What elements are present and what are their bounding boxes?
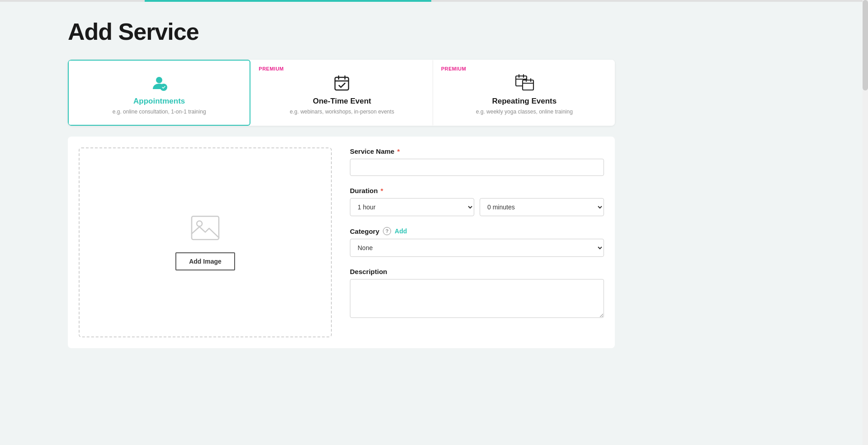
one-time-event-subtitle: e.g. webinars, workshops, in-person even… (260, 109, 423, 115)
image-side: Add Image (79, 147, 332, 337)
repeating-premium-badge: PREMIUM (441, 66, 466, 71)
one-time-premium-badge: PREMIUM (259, 66, 283, 71)
category-label-row: Category ? Add (350, 227, 604, 235)
service-name-field-group: Service Name * (350, 147, 604, 176)
appointments-subtitle: e.g. online consultation, 1-on-1 trainin… (78, 109, 241, 115)
repeating-events-title: Repeating Events (443, 97, 606, 106)
service-card-appointments[interactable]: Appointments e.g. online consultation, 1… (68, 60, 250, 126)
svg-rect-2 (335, 77, 349, 90)
fields-side: Service Name * Duration * 1 (350, 147, 604, 337)
repeating-events-subtitle: e.g. weekly yoga classes, online trainin… (443, 109, 606, 115)
category-add-link[interactable]: Add (395, 227, 407, 235)
svg-rect-14 (192, 216, 219, 239)
duration-label: Duration * (350, 187, 604, 194)
page-title: Add Service (68, 18, 615, 45)
duration-minutes-select[interactable]: 0 minutes 15 minutes 30 minutes 45 minut… (480, 198, 604, 216)
scrollbar-thumb[interactable] (863, 0, 868, 90)
category-field-group: Category ? Add None (350, 227, 604, 257)
description-textarea[interactable] (350, 279, 604, 318)
category-select[interactable]: None (350, 239, 604, 257)
description-field-group: Description (350, 268, 604, 320)
service-name-label: Service Name * (350, 147, 604, 155)
scrollbar[interactable] (863, 0, 868, 445)
one-time-event-icon (260, 73, 423, 92)
description-label: Description (350, 268, 604, 275)
service-name-required: * (397, 147, 400, 155)
svg-point-15 (197, 221, 202, 227)
appointments-title: Appointments (78, 97, 241, 106)
form-section: Add Image Service Name * (68, 137, 615, 348)
duration-field-group: Duration * 1 hour 2 hours 3 hours 4 hour… (350, 187, 604, 216)
page-wrapper: Add Service Appointments e.g. online con… (0, 0, 868, 445)
image-placeholder-icon (189, 214, 221, 243)
inner-form-layout: Add Image Service Name * (79, 147, 604, 337)
service-type-container: Appointments e.g. online consultation, 1… (68, 60, 615, 126)
svg-point-0 (156, 77, 162, 83)
progress-bar-fill (145, 0, 431, 2)
category-help-icon[interactable]: ? (383, 227, 391, 235)
duration-row: 1 hour 2 hours 3 hours 4 hours 0 minutes… (350, 198, 604, 216)
service-card-one-time-event[interactable]: PREMIUM One-Time Event e.g. webinars, wo… (250, 60, 433, 126)
appointments-icon (78, 73, 241, 92)
one-time-event-title: One-Time Event (260, 97, 423, 106)
service-name-input[interactable] (350, 159, 604, 176)
category-label: Category (350, 227, 379, 235)
service-card-repeating-events[interactable]: PREMIUM Repeating Events e. (433, 60, 615, 126)
main-content: Add Service Appointments e.g. online con… (0, 0, 687, 377)
duration-required: * (381, 187, 383, 194)
progress-bar-container (0, 0, 868, 2)
duration-hours-select[interactable]: 1 hour 2 hours 3 hours 4 hours (350, 198, 474, 216)
repeating-events-icon (443, 73, 606, 92)
add-image-button[interactable]: Add Image (175, 252, 235, 270)
image-upload-area[interactable]: Add Image (79, 147, 332, 337)
svg-rect-10 (523, 80, 533, 90)
